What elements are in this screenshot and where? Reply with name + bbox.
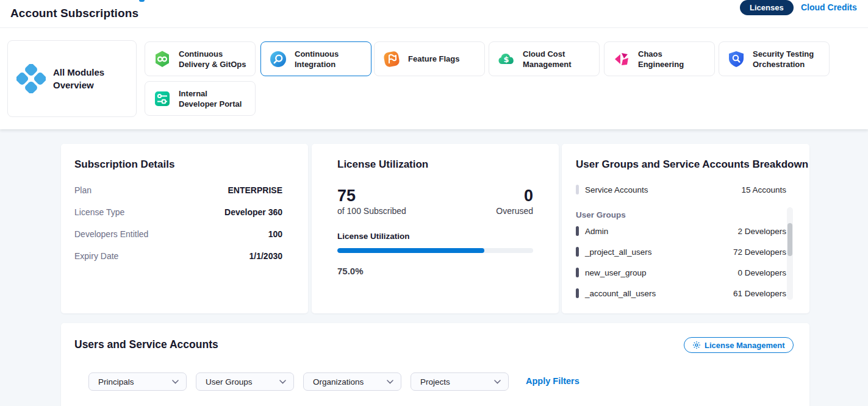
row-label: Expiry Date	[74, 251, 118, 261]
breakdown-card: User Groups and Service Accounts Breakdo…	[562, 144, 809, 313]
svg-text:$: $	[503, 55, 509, 64]
user-groups-filter-dropdown[interactable]: User Groups	[196, 372, 294, 391]
security-testing-icon	[727, 50, 745, 68]
user-groups-heading: User Groups	[576, 210, 626, 219]
page-title: Account Subscriptions	[10, 7, 138, 20]
user-group-name: new_user_group	[585, 268, 647, 277]
utilization-percent: 75.0%	[337, 266, 364, 276]
user-group-marker	[576, 268, 579, 277]
used-caption: of 100 Subscribed	[337, 206, 406, 216]
row-value: ENTERPRISE	[228, 185, 282, 195]
row-label: License Type	[74, 207, 124, 217]
user-group-name: _account_all_users	[585, 289, 656, 298]
user-group-name: Admin	[585, 227, 608, 236]
breakdown-scrollbar-thumb[interactable]	[787, 223, 792, 256]
dropdown-selected-value: User Groups	[206, 377, 253, 386]
breakdown-title: User Groups and Service Accounts Breakdo…	[576, 158, 808, 171]
user-group-name: _project_all_users	[585, 248, 652, 257]
cd-gitops-icon	[153, 50, 171, 68]
cloud-credits-tab[interactable]: Cloud Credits	[801, 2, 857, 12]
module-card-security-testing[interactable]: Security Testing Orchestration	[719, 41, 830, 76]
projects-filter-dropdown[interactable]: Projects	[411, 372, 509, 391]
licenses-tab[interactable]: Licenses	[740, 0, 794, 15]
user-group-row: Admin 2 Developers	[576, 226, 786, 237]
chevron-down-icon	[279, 380, 286, 384]
module-card-cd-gitops[interactable]: Continuous Delivery & GitOps	[145, 41, 256, 76]
license-management-label: License Management	[705, 341, 785, 350]
module-label: Internal Developer Portal	[179, 88, 247, 109]
chevron-down-icon	[494, 380, 501, 384]
all-modules-overview-label: All Modules Overview	[53, 66, 112, 91]
user-group-row: _project_all_users 72 Developers	[576, 246, 786, 257]
user-group-value: 72 Developers	[733, 248, 786, 257]
license-utilization-progress-fill	[337, 248, 484, 253]
module-label: Continuous Delivery & GitOps	[179, 49, 247, 69]
user-group-marker	[576, 226, 579, 236]
dropdown-selected-value: Projects	[420, 377, 450, 386]
progress-bar-label: License Utilization	[337, 232, 410, 241]
users-service-accounts-card: Users and Service Accounts License Manag…	[61, 323, 809, 406]
user-group-row: _account_all_users 61 Developers	[576, 288, 786, 299]
dropdown-selected-value: Principals	[98, 377, 134, 386]
internal-developer-portal-icon	[153, 90, 171, 108]
license-utilization-card: License Utilization 75 of 100 Subscribed…	[312, 144, 559, 313]
license-utilization-progress-track	[337, 248, 533, 253]
overused-count: 0	[496, 187, 533, 204]
subscription-row-license-type: License Type Developer 360	[74, 206, 282, 218]
row-label: Plan	[74, 185, 91, 195]
module-label: Feature Flags	[408, 54, 476, 64]
page-header: Account Subscriptions Licenses Cloud Cre…	[0, 0, 868, 28]
module-card-internal-developer-portal[interactable]: Internal Developer Portal	[145, 81, 256, 116]
module-card-cloud-cost[interactable]: $ Cloud Cost Management	[489, 41, 600, 76]
service-accounts-marker	[576, 185, 579, 194]
overused-count-block: 0 Overused	[496, 187, 533, 216]
subscription-details-card: Subscription Details Plan ENTERPRISE Lic…	[61, 144, 308, 313]
subscription-row-developers-entitled: Developers Entitled 100	[74, 228, 282, 240]
chevron-down-icon	[172, 380, 179, 384]
license-management-button[interactable]: License Management	[684, 337, 794, 353]
overused-caption: Overused	[496, 206, 533, 216]
used-count: 75	[337, 187, 406, 204]
gear-icon	[692, 341, 701, 349]
clipped-nav-icon-fragment	[139, 0, 145, 2]
user-group-value: 0 Developers	[737, 268, 786, 277]
row-value: Developer 360	[224, 207, 282, 217]
user-group-marker	[576, 288, 579, 298]
principals-filter-dropdown[interactable]: Principals	[88, 372, 187, 391]
service-accounts-label: Service Accounts	[585, 185, 648, 194]
subscription-row-plan: Plan ENTERPRISE	[74, 184, 282, 196]
content-background: Subscription Details Plan ENTERPRISE Lic…	[0, 129, 868, 406]
dropdown-selected-value: Organizations	[313, 377, 364, 386]
organizations-filter-dropdown[interactable]: Organizations	[303, 372, 401, 391]
all-modules-overview-card[interactable]: All Modules Overview	[7, 40, 137, 117]
subscription-details-title: Subscription Details	[74, 158, 174, 171]
breakdown-scrollbar-track[interactable]	[787, 207, 793, 300]
module-card-feature-flags[interactable]: Feature Flags	[374, 41, 485, 76]
row-label: Developers Entitled	[74, 229, 148, 239]
chevron-down-icon	[387, 380, 393, 384]
service-accounts-row: Service Accounts 15 Accounts	[576, 184, 786, 195]
row-value: 100	[268, 229, 282, 239]
chaos-engineering-icon	[612, 50, 631, 68]
apply-filters-link[interactable]: Apply Filters	[526, 376, 579, 386]
user-group-row: new_user_group 0 Developers	[576, 267, 786, 278]
module-card-continuous-integration[interactable]: Continuous Integration	[260, 41, 371, 76]
cloud-cost-icon: $	[497, 50, 515, 68]
service-accounts-value: 15 Accounts	[741, 185, 786, 194]
user-group-value: 61 Developers	[733, 289, 786, 298]
row-value: 1/1/2030	[249, 251, 283, 261]
feature-flags-icon	[382, 50, 401, 68]
license-utilization-title: License Utilization	[337, 158, 428, 171]
user-group-value: 2 Developers	[737, 227, 786, 236]
module-label: Chaos Engineering	[638, 49, 706, 69]
subscription-row-expiry-date: Expiry Date 1/1/2030	[74, 250, 282, 262]
user-group-marker	[576, 247, 579, 257]
module-label: Security Testing Orchestration	[753, 49, 821, 69]
all-modules-icon	[16, 64, 46, 93]
continuous-integration-icon	[269, 50, 287, 68]
users-section-title: Users and Service Accounts	[74, 338, 218, 351]
module-card-chaos-engineering[interactable]: Chaos Engineering	[604, 41, 715, 76]
module-label: Cloud Cost Management	[523, 49, 591, 69]
used-count-block: 75 of 100 Subscribed	[337, 187, 406, 216]
module-selector-strip: All Modules Overview Continuous Delivery…	[0, 28, 868, 129]
